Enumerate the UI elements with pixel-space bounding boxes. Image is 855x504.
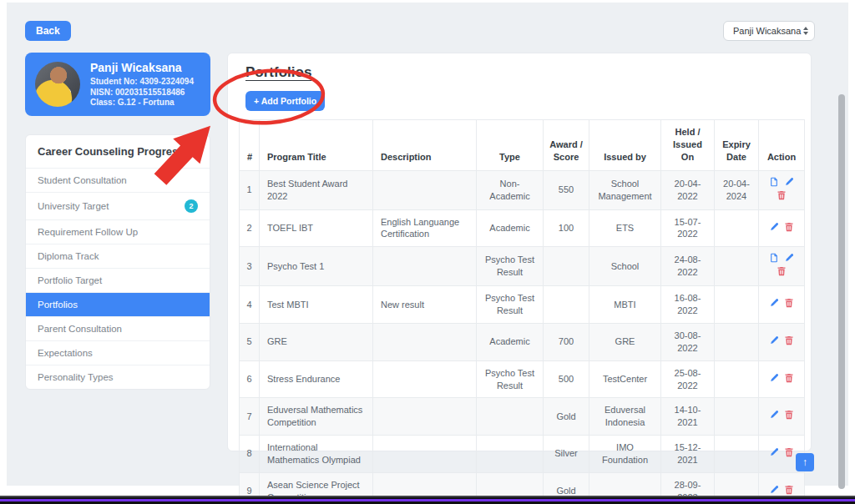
sidebar-item-portfolio-target[interactable]: Portfolio Target — [26, 269, 210, 293]
row-number-cell: 5 — [240, 323, 260, 360]
delete-icon[interactable] — [784, 222, 794, 235]
description-cell — [373, 360, 477, 398]
sidebar-item-student-consultation[interactable]: Student Consultation — [26, 169, 210, 193]
description-cell — [373, 436, 477, 473]
row-number-cell: 4 — [240, 286, 260, 324]
column-header-issued-by: Issued by — [589, 120, 661, 171]
delete-icon[interactable] — [777, 190, 787, 204]
portfolios-table: #Program TitleDescriptionTypeAward / Sco… — [239, 119, 805, 504]
delete-icon[interactable] — [784, 373, 794, 386]
edit-icon[interactable] — [769, 222, 779, 235]
sidebar-item-university-target[interactable]: University Target2 — [26, 193, 210, 220]
action-cell — [759, 286, 805, 324]
row-number-cell: 6 — [240, 360, 260, 398]
column-header-program-title: Program Title — [260, 120, 373, 171]
page-background: Back Panji Wicaksana Panji Wicaksana Stu… — [7, 3, 848, 486]
delete-icon[interactable] — [777, 266, 787, 280]
student-avatar — [35, 62, 80, 107]
back-button[interactable]: Back — [25, 21, 71, 41]
sidebar-item-portfolios[interactable]: Portfolios — [26, 293, 210, 317]
student-nisn: NISN: 002031515518486 — [90, 88, 194, 98]
edit-icon[interactable] — [769, 335, 779, 349]
sidebar-item-expectations[interactable]: Expectations — [26, 341, 210, 365]
sidebar-item-label: Expectations — [38, 348, 93, 358]
student-number: Student No: 4309-2324094 — [90, 77, 194, 88]
edit-icon[interactable] — [784, 253, 794, 266]
table-row: 5GREAcademic700GRE30-08-2022 — [240, 323, 805, 360]
sidebar-item-label: Parent Consultation — [38, 324, 122, 334]
award-score-cell: 550 — [544, 170, 589, 209]
sidebar-item-parent-consultation[interactable]: Parent Consultation — [26, 317, 210, 341]
table-row: 4Test MBTINew resultPsycho Test ResultMB… — [240, 286, 805, 324]
award-score-cell: 100 — [544, 209, 589, 247]
scroll-to-top-button[interactable]: ↑ — [796, 453, 814, 471]
edit-icon[interactable] — [769, 298, 779, 311]
student-selector-dropdown[interactable]: Panji Wicaksana — [723, 21, 815, 41]
action-cell — [759, 209, 805, 247]
column-header-action: Action — [759, 120, 805, 171]
issued-by-cell: TestCenter — [589, 360, 661, 398]
delete-icon[interactable] — [784, 410, 794, 423]
action-cell — [759, 170, 805, 209]
count-badge: 2 — [185, 199, 198, 213]
portfolios-panel: Portfolios + Add Portfolio #Program Titl… — [227, 53, 812, 451]
app-window: Back Panji Wicaksana Panji Wicaksana Stu… — [0, 0, 855, 504]
page-title: Portfolios — [245, 64, 311, 81]
type-cell: Psycho Test Result — [477, 247, 544, 286]
expiry-date-cell — [715, 360, 759, 398]
expiry-date-cell — [715, 247, 759, 286]
held-on-cell: 30-08-2022 — [661, 323, 715, 360]
edit-icon[interactable] — [769, 373, 779, 386]
table-row: 8International Mathematics OlympiadSilve… — [240, 436, 805, 473]
type-cell — [477, 398, 544, 436]
type-cell: Academic — [477, 323, 544, 360]
add-portfolio-button[interactable]: + Add Portfolio — [245, 91, 325, 111]
program-title-cell: TOEFL IBT — [260, 209, 373, 247]
file-icon[interactable] — [769, 253, 779, 266]
row-number-cell: 1 — [240, 170, 260, 209]
sidebar-item-label: Personality Types — [38, 372, 114, 382]
description-cell — [373, 170, 477, 209]
held-on-cell: 15-07-2022 — [661, 209, 715, 247]
program-title-cell: Best Student Award 2022 — [260, 170, 373, 209]
issued-by-cell: GRE — [589, 323, 661, 360]
table-row: 3Psycho Test 1Psycho Test ResultSchool24… — [240, 247, 805, 286]
award-score-cell: 700 — [544, 323, 589, 360]
delete-icon[interactable] — [784, 298, 794, 311]
type-cell: Psycho Test Result — [477, 286, 544, 324]
column-header-held-issued-on: Held / Issued On — [661, 120, 715, 171]
type-cell: Psycho Test Result — [477, 360, 544, 398]
program-title-cell: Psycho Test 1 — [260, 247, 373, 286]
sidebar-item-personality-types[interactable]: Personality Types — [26, 365, 210, 389]
description-cell — [373, 247, 477, 286]
student-info: Panji Wicaksana Student No: 4309-2324094… — [90, 61, 194, 108]
student-profile-card: Panji Wicaksana Student No: 4309-2324094… — [25, 53, 210, 116]
held-on-cell: 14-10-2021 — [661, 398, 715, 436]
sidebar-item-requirement-follow-up[interactable]: Requirement Follow Up — [26, 220, 210, 244]
held-on-cell: 24-08-2022 — [661, 247, 715, 286]
row-number-cell: 3 — [240, 247, 260, 286]
column-header-type: Type — [477, 120, 544, 171]
file-icon[interactable] — [769, 177, 779, 190]
program-title-cell: Test MBTI — [260, 286, 373, 324]
edit-icon[interactable] — [784, 177, 794, 190]
edit-icon[interactable] — [769, 447, 779, 461]
sidebar-item-diploma-track[interactable]: Diploma Track — [26, 244, 210, 269]
program-title-cell: Stress Endurance — [260, 360, 373, 398]
description-cell: English Languange Certification — [373, 209, 477, 247]
description-cell — [373, 323, 477, 360]
row-number-cell: 8 — [240, 436, 260, 473]
vertical-scrollbar[interactable] — [838, 94, 845, 489]
issued-by-cell: School — [589, 247, 661, 286]
table-row: 2TOEFL IBTEnglish Languange Certificatio… — [240, 209, 805, 247]
sidebar-item-label: Diploma Track — [38, 251, 99, 261]
issued-by-cell: Eduversal Indonesia — [589, 398, 661, 436]
delete-icon[interactable] — [784, 447, 794, 461]
row-number-cell: 2 — [240, 209, 260, 247]
select-updown-icon — [803, 27, 808, 35]
issued-by-cell: MBTI — [589, 286, 661, 324]
sidebar-item-label: Portfolios — [38, 300, 78, 310]
edit-icon[interactable] — [769, 410, 779, 423]
program-title-cell: Eduversal Mathematics Competition — [260, 398, 373, 436]
delete-icon[interactable] — [784, 335, 794, 349]
